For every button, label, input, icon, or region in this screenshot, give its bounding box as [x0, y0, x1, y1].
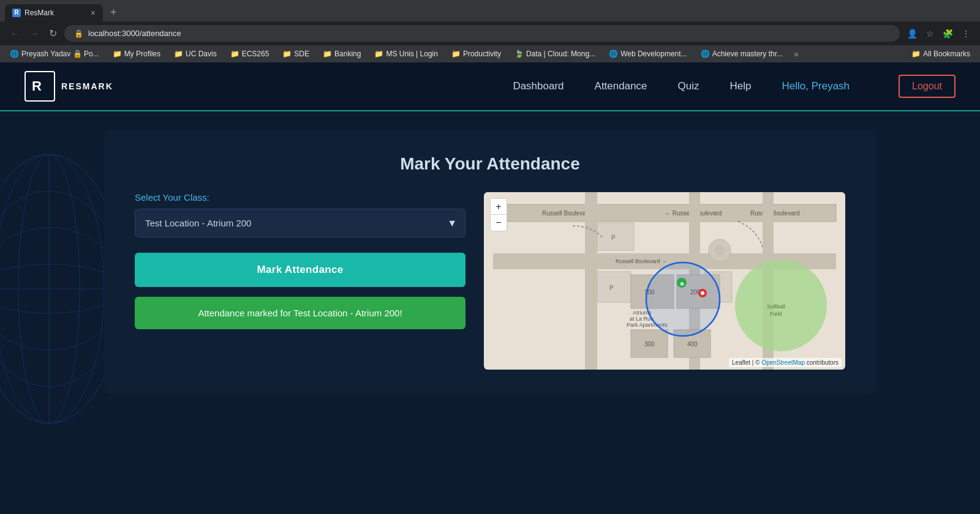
app: R RESMARK Dashboard Attendance Quiz Help… [0, 62, 980, 509]
bookmark-label: SDE [294, 50, 309, 58]
new-tab-button[interactable]: + [105, 4, 122, 21]
bookmark-icon: 🌐 [10, 50, 19, 58]
nav-links: Dashboard Attendance Quiz Help Hello, Pr… [513, 75, 956, 98]
nav-quiz[interactable]: Quiz [678, 80, 699, 92]
bookmark-label: Data | Cloud: Mong... [526, 50, 595, 58]
form-section: Select Your Class: Test Location - Atriu… [135, 192, 466, 329]
svg-rect-23 [597, 272, 631, 302]
bookmark-unis[interactable]: 📁 MS Unis | Login [369, 48, 443, 60]
bookmark-icon: 🌐 [701, 50, 710, 58]
address-input[interactable]: 🔒 localhost:3000/attendance [64, 25, 900, 42]
bookmark-preyash[interactable]: 🌐 Preyash Yadav 🔒 Po... [5, 48, 104, 60]
all-bookmarks[interactable]: 📁 All Bookmarks [907, 48, 975, 60]
bookmark-label: UC Davis [186, 50, 217, 58]
bookmarks-bar: 🌐 Preyash Yadav 🔒 Po... 📁 My Profiles 📁 … [0, 45, 980, 62]
bookmark-myprofiles[interactable]: 📁 My Profiles [108, 48, 165, 60]
class-select[interactable]: Test Location - Atrium 200 CS101 - Kempe… [135, 209, 466, 237]
folder-icon: 📁 [374, 50, 383, 58]
svg-text:Russell Boulevard: Russell Boulevard [750, 210, 800, 217]
logo-text: RESMARK [61, 81, 113, 91]
svg-text:P: P [609, 285, 614, 291]
folder-icon: 📁 [282, 50, 292, 58]
svg-text:P: P [611, 234, 616, 241]
logout-button[interactable]: Logout [899, 75, 956, 98]
star-icon[interactable]: ☆ [924, 26, 937, 41]
bookmark-label: Banking [334, 50, 361, 58]
map-attribution: Leaflet | © OpenStreetMap contributors [729, 358, 842, 367]
bookmark-label: My Profiles [124, 50, 160, 58]
svg-text:Russell Boulevard: Russell Boulevard [542, 210, 592, 217]
profile-icon[interactable]: 👤 [905, 26, 920, 41]
nav-dashboard[interactable]: Dashboard [513, 80, 564, 92]
back-button[interactable]: ← [7, 26, 22, 42]
tab-bar: R ResMark × + [0, 0, 980, 21]
svg-text:Softball: Softball [767, 304, 785, 310]
svg-point-47 [715, 245, 725, 255]
bookmark-ucdavis[interactable]: 📁 UC Davis [169, 48, 222, 60]
svg-point-41 [646, 263, 720, 336]
toolbar-icons: 👤 ☆ 🧩 ⋮ [905, 26, 973, 41]
bookmark-icon: 🌐 [609, 50, 618, 58]
bookmark-productivity[interactable]: 📁 Productivity [447, 48, 506, 60]
svg-text:300: 300 [644, 341, 655, 348]
navigation: R RESMARK Dashboard Attendance Quiz Help… [0, 62, 980, 111]
main-content: Mark Your Attendance Select Your Class: … [0, 111, 980, 412]
active-tab[interactable]: R ResMark × [5, 4, 103, 21]
bookmark-label: Preyash Yadav 🔒 Po... [21, 50, 99, 58]
map-svg: Russell Boulevard ← Russell Boulevard Ru… [484, 192, 845, 370]
bookmark-label: Productivity [463, 50, 501, 58]
form-map-row: Select Your Class: Test Location - Atriu… [135, 192, 845, 370]
forward-button[interactable]: → [27, 26, 42, 42]
svg-text:R: R [32, 78, 42, 94]
class-label: Select Your Class: [135, 192, 466, 203]
nav-help[interactable]: Help [730, 80, 752, 92]
bookmarks-more-button[interactable]: » [794, 49, 799, 59]
zoom-out-button[interactable]: − [491, 215, 507, 231]
folder-icon: 📁 [451, 50, 461, 58]
lock-icon: 🔒 [74, 29, 83, 38]
svg-point-43 [701, 291, 704, 295]
bookmark-ecs265[interactable]: 📁 ECS265 [225, 48, 274, 60]
address-bar: ← → ↻ 🔒 localhost:3000/attendance 👤 ☆ 🧩 … [0, 21, 980, 45]
folder-icon: 📁 [174, 50, 183, 58]
svg-text:Field: Field [770, 311, 782, 317]
svg-text:400: 400 [687, 341, 698, 348]
bookmark-mongodb[interactable]: 🍃 Data | Cloud: Mong... [510, 48, 600, 60]
svg-text:Russell Boulevard →: Russell Boulevard → [616, 258, 667, 264]
tab-close-btn[interactable]: × [91, 8, 96, 18]
reload-button[interactable]: ↻ [47, 25, 59, 42]
bookmark-label: Achieve mastery thr... [712, 50, 783, 58]
bookmark-banking[interactable]: 📁 Banking [318, 48, 366, 60]
logo-icon: R [24, 71, 55, 102]
folder-icon: 📁 [230, 50, 239, 58]
nav-greeting: Hello, Preyash [782, 80, 850, 92]
bookmark-sde[interactable]: 📁 SDE [277, 48, 314, 60]
openstreetmap-link[interactable]: OpenStreetMap [761, 359, 805, 366]
map-container: Russell Boulevard ← Russell Boulevard Ru… [484, 192, 845, 370]
bookmark-label: MS Unis | Login [386, 50, 438, 58]
folder-icon: 📁 [911, 50, 921, 58]
browser-chrome: R ResMark × + ← → ↻ 🔒 localhost:3000/att… [0, 0, 980, 62]
url-text: localhost:3000/attendance [88, 29, 890, 38]
select-wrapper: Test Location - Atrium 200 CS101 - Kempe… [135, 209, 466, 237]
nav-attendance[interactable]: Attendance [595, 80, 647, 92]
tab-favicon: R [12, 9, 21, 17]
map-zoom-controls: + − [490, 198, 507, 231]
extensions-icon[interactable]: 🧩 [940, 26, 956, 41]
page-title: Mark Your Attendance [135, 154, 845, 174]
bookmark-webdev[interactable]: 🌐 Web Development... [604, 48, 692, 60]
logo: R RESMARK [24, 71, 113, 102]
map-section: Russell Boulevard ← Russell Boulevard Ru… [484, 192, 845, 370]
svg-rect-18 [585, 192, 597, 370]
contributors-text: contributors [805, 359, 839, 366]
tab-title: ResMark [24, 9, 87, 17]
mark-attendance-button[interactable]: Mark Attendance [135, 253, 466, 287]
zoom-in-button[interactable]: + [491, 199, 507, 215]
menu-icon[interactable]: ⋮ [959, 26, 973, 41]
bookmark-label: ECS265 [242, 50, 270, 58]
bookmark-icon: 🍃 [514, 50, 524, 58]
bookmark-mastery[interactable]: 🌐 Achieve mastery thr... [696, 48, 788, 60]
svg-rect-21 [597, 223, 634, 250]
success-message: Attendance marked for Test Location - At… [135, 297, 466, 329]
folder-icon: 📁 [323, 50, 332, 58]
